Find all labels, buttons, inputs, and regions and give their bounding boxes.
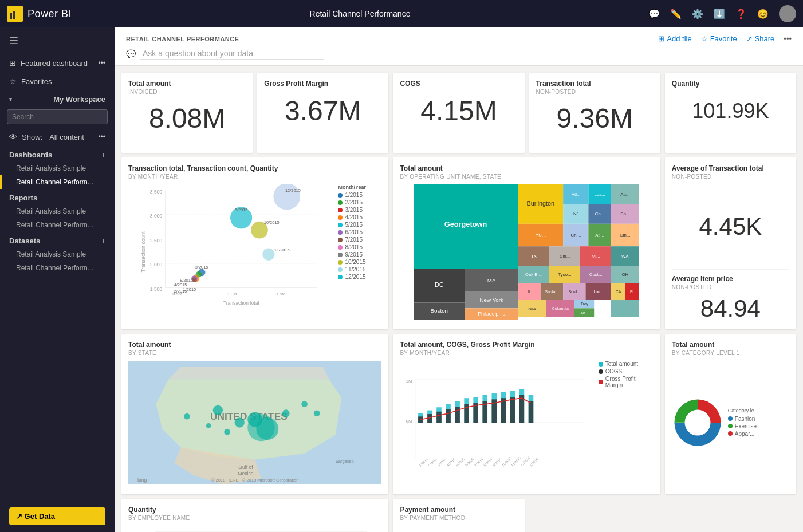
sidebar-toggle-button[interactable]: ☰: [0, 27, 115, 54]
help-icon[interactable]: ❓: [735, 9, 747, 19]
svg-rect-160: [529, 401, 534, 423]
line-chart-subtitle: BY MONTH/YEAR: [400, 350, 653, 356]
sidebar-item-favorites[interactable]: ☆ Favorites: [0, 72, 115, 90]
tile-total-amount-value: 8.08M: [128, 100, 246, 137]
svg-text:Atl...: Atl...: [572, 192, 581, 197]
legend-item-8: 8/2015: [338, 244, 381, 250]
svg-text:Cost...: Cost...: [589, 272, 603, 277]
sidebar-item-dataset-retail-analysis[interactable]: Retail Analysis Sample: [0, 247, 115, 261]
svg-text:NJ: NJ: [573, 211, 579, 216]
svg-marker-111: [168, 367, 329, 380]
svg-text:5/2015: 5/2015: [455, 457, 465, 467]
svg-text:3/2015: 3/2015: [195, 265, 208, 270]
legend-title: Month/Year: [338, 184, 381, 190]
svg-text:2,000: 2,000: [150, 262, 163, 267]
svg-point-117: [301, 401, 308, 407]
tile-transaction-total-value: 9.36M: [536, 100, 654, 137]
svg-point-123: [184, 413, 190, 420]
tile-quantity-title: Quantity: [672, 80, 789, 88]
sidebar-item-retail-channel[interactable]: Retail Channel Perform...: [0, 175, 115, 189]
tile-quantity-value: 101.99K: [672, 92, 789, 130]
svg-text:Tyso...: Tyso...: [558, 272, 572, 277]
sidebar-item-report-retail-analysis[interactable]: Retail Analysis Sample: [0, 204, 115, 218]
svg-text:4/2015: 4/2015: [446, 457, 456, 467]
power-bi-logo-icon: [7, 6, 23, 22]
header-more-icon[interactable]: •••: [784, 34, 792, 43]
bubble-chart-subtitle: BY MONTH/YEAR: [128, 174, 381, 180]
sidebar-my-workspace-section[interactable]: ▾ My Workspace: [0, 90, 115, 106]
star-icon: ⊞: [9, 58, 16, 68]
svg-text:Georgetown: Georgetown: [444, 220, 487, 228]
svg-text:Au...: Au...: [621, 192, 630, 197]
svg-text:IL: IL: [528, 290, 532, 294]
svg-text:FL: FL: [630, 290, 635, 294]
svg-text:Mi...: Mi...: [592, 254, 600, 259]
svg-text:Ca...: Ca...: [595, 211, 605, 216]
dashboards-add-icon[interactable]: +: [101, 151, 105, 159]
svg-text:Mexico: Mexico: [238, 471, 254, 476]
sidebar-item-favorites-label: Favorites: [21, 77, 52, 86]
qty-employee-subtitle: BY EMPLOYEE NAME: [128, 515, 381, 521]
reports-label: Reports: [9, 194, 37, 202]
datasets-add-icon[interactable]: +: [101, 237, 105, 245]
favorite-button[interactable]: ☆ Favorite: [701, 34, 737, 43]
map-title: Total amount: [128, 341, 381, 349]
legend-gross-profit: Gross Profit Margin: [599, 376, 654, 388]
svg-point-116: [282, 409, 290, 417]
svg-text:Bord...: Bord...: [569, 290, 580, 294]
my-workspace-label: My Workspace: [53, 95, 105, 104]
sidebar-item-retail-analysis[interactable]: Retail Analysis Sample: [0, 161, 115, 175]
smiley-icon[interactable]: 😊: [757, 9, 769, 19]
settings-icon[interactable]: ⚙️: [692, 9, 703, 19]
payment-subtitle: BY PAYMENT METHOD: [400, 515, 517, 521]
sidebar-item-report-retail-channel[interactable]: Retail Channel Perform...: [0, 218, 115, 232]
svg-text:© 2018 HERE · © 2018 Microsoft: © 2018 HERE · © 2018 Microsoft Corporati…: [211, 478, 298, 483]
show-more-icon[interactable]: •••: [98, 133, 105, 141]
tile-avg-transaction: Average of Transaction total NON-POSTED …: [665, 157, 796, 329]
svg-text:1/2015: 1/2015: [419, 457, 428, 467]
tile-gross-profit: Gross Profit Margin 3.67M: [257, 73, 388, 153]
svg-text:Cin...: Cin...: [560, 254, 570, 259]
main-layout: ☰ ⊞ Featured dashboard ••• ☆ Favorites ▾…: [0, 27, 803, 532]
svg-text:9/2015: 9/2015: [493, 457, 502, 467]
show-label: Show:: [22, 133, 42, 141]
line-legend: Total amount COGS Gross Profit Margin: [599, 361, 654, 388]
sidebar-item-show-content[interactable]: 👁 Show: All content •••: [0, 128, 115, 146]
tile-quantity-employee: Quantity BY EMPLOYEE NAME 10K 5K 0K: [121, 499, 388, 532]
comment-icon[interactable]: 💬: [648, 9, 660, 19]
sidebar-item-dataset-retail-channel[interactable]: Retail Channel Perform...: [0, 261, 115, 275]
legend-exercise: Exercise: [728, 423, 759, 429]
map-subtitle: BY STATE: [128, 350, 381, 356]
logo: Power BI: [7, 6, 72, 22]
svg-text:10/2015: 10/2015: [264, 220, 280, 225]
dashboards-label: Dashboards: [9, 151, 52, 159]
tile-map: Total amount BY STATE UNITED STATES: [121, 334, 388, 494]
featured-more-icon[interactable]: •••: [98, 59, 105, 67]
qa-input[interactable]: [140, 48, 324, 60]
legend: Month/Year 1/2015 2/2015 3/2015 4/2015 5…: [338, 184, 381, 280]
svg-rect-1: [13, 11, 15, 19]
share-button[interactable]: ↗ Share: [746, 34, 775, 43]
tile-total-amount: Total amount INVOICED 8.08M: [121, 73, 253, 153]
svg-rect-150: [437, 412, 442, 423]
svg-text:OH: OH: [622, 272, 629, 277]
tile-line-chart: Total amount, COGS, Gross Profit Margin …: [393, 334, 660, 494]
get-data-button[interactable]: ↗ Get Data: [9, 507, 105, 525]
download-icon[interactable]: ⬇️: [714, 9, 725, 19]
legend-apparel: Appar...: [728, 431, 759, 437]
search-input[interactable]: [7, 109, 108, 124]
svg-text:New York: New York: [480, 297, 504, 303]
svg-point-122: [206, 423, 211, 428]
edit-icon[interactable]: ✏️: [670, 9, 682, 19]
sidebar-dashboards-section: Dashboards +: [0, 146, 115, 161]
tile-payment-amount: Payment amount BY PAYMENT METHOD: [393, 499, 524, 532]
legend-item-9: 9/2015: [338, 251, 381, 258]
user-avatar[interactable]: [779, 5, 796, 22]
map-svg: UNITED STATES bing: [128, 361, 381, 484]
svg-rect-158: [510, 397, 515, 423]
add-tile-button[interactable]: ⊞ Add tile: [658, 34, 691, 43]
qty-employee-title: Quantity: [128, 506, 381, 514]
sidebar-item-featured[interactable]: ⊞ Featured dashboard •••: [0, 54, 115, 72]
tile-cogs-value: 4.15M: [400, 92, 517, 130]
svg-point-121: [224, 429, 230, 435]
